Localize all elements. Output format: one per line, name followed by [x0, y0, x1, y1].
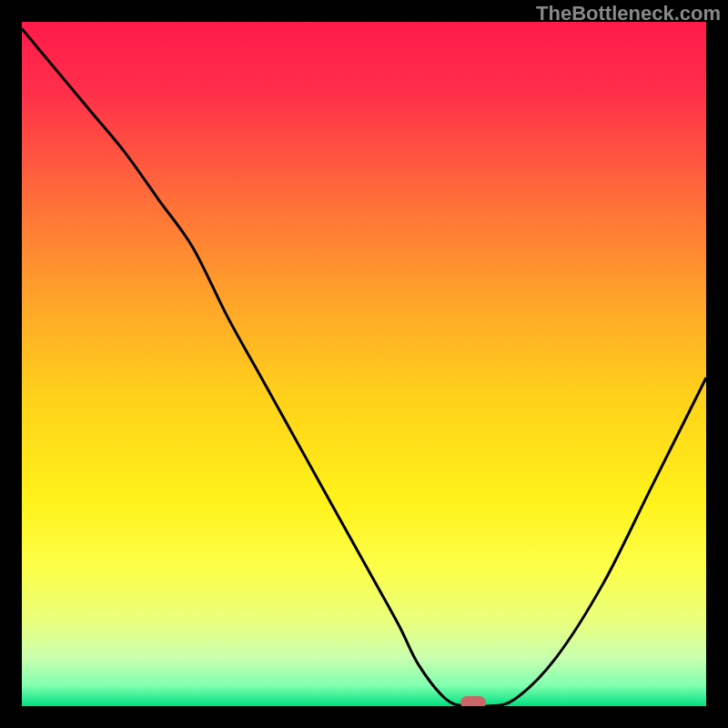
chart-container: TheBottleneck.com: [0, 0, 728, 728]
bottleneck-curve: [22, 22, 706, 706]
watermark-text: TheBottleneck.com: [536, 2, 721, 25]
plot-area: [22, 22, 706, 706]
optimal-marker: [460, 696, 486, 706]
